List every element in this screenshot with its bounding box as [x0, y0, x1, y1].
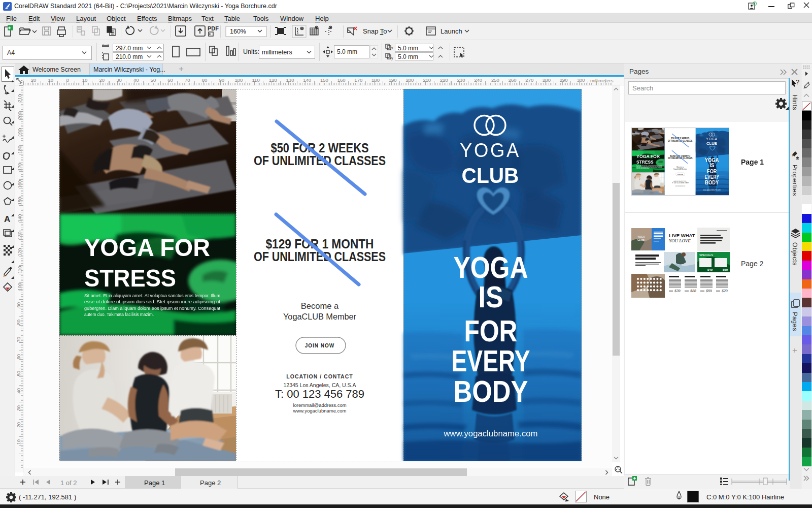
svg-text:$49: $49	[707, 268, 713, 271]
svg-text:LIVE WHAT: LIVE WHAT	[669, 233, 695, 238]
svg-text:SPECIALS: SPECIALS	[699, 253, 713, 257]
svg-text:Launch: Launch	[441, 27, 462, 35]
svg-text:$69: $69	[723, 268, 728, 271]
svg-text:CLUB: CLUB	[637, 238, 645, 241]
svg-text:$88: $88	[690, 289, 696, 293]
svg-text:y: y	[391, 56, 393, 60]
svg-text:160%: 160%	[230, 28, 246, 35]
svg-text:A: A	[4, 214, 10, 224]
svg-text:$20: $20	[721, 289, 728, 293]
svg-text:PDF: PDF	[208, 25, 219, 31]
svg-text:$39: $39	[674, 289, 681, 293]
svg-text:Snap To: Snap To	[363, 27, 387, 35]
svg-text:?: ?	[796, 78, 799, 86]
svg-text:x: x	[391, 46, 393, 50]
svg-text:YOU LOVE: YOU LOVE	[669, 238, 691, 243]
svg-text:$59: $59	[705, 289, 712, 293]
